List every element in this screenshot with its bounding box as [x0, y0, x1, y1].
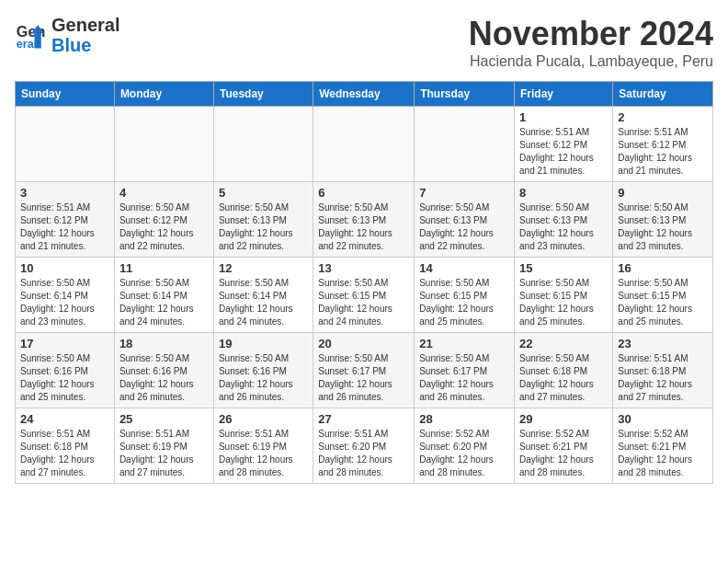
- calendar-cell: 6Sunrise: 5:50 AM Sunset: 6:13 PM Daylig…: [313, 182, 415, 258]
- day-number: 15: [519, 261, 608, 275]
- day-info: Sunrise: 5:50 AM Sunset: 6:16 PM Dayligh…: [219, 352, 308, 404]
- day-number: 23: [618, 337, 708, 350]
- calendar-cell: 19Sunrise: 5:50 AM Sunset: 6:16 PM Dayli…: [213, 333, 313, 408]
- calendar-cell: 23Sunrise: 5:51 AM Sunset: 6:18 PM Dayli…: [613, 333, 713, 408]
- day-number: 20: [318, 337, 409, 350]
- day-info: Sunrise: 5:51 AM Sunset: 6:19 PM Dayligh…: [119, 428, 209, 479]
- day-info: Sunrise: 5:50 AM Sunset: 6:15 PM Dayligh…: [318, 277, 409, 328]
- calendar-cell: 28Sunrise: 5:52 AM Sunset: 6:20 PM Dayli…: [415, 408, 515, 484]
- calendar-week-row: 10Sunrise: 5:50 AM Sunset: 6:14 PM Dayli…: [16, 258, 713, 333]
- day-number: 29: [519, 412, 608, 426]
- day-info: Sunrise: 5:52 AM Sunset: 6:21 PM Dayligh…: [519, 428, 608, 479]
- day-info: Sunrise: 5:52 AM Sunset: 6:20 PM Dayligh…: [419, 428, 509, 479]
- calendar-cell: 3Sunrise: 5:51 AM Sunset: 6:12 PM Daylig…: [16, 182, 115, 258]
- day-info: Sunrise: 5:51 AM Sunset: 6:12 PM Dayligh…: [519, 126, 608, 178]
- day-number: 9: [618, 186, 708, 200]
- location: Hacienda Pucala, Lambayeque, Peru: [469, 53, 713, 70]
- day-number: 22: [519, 337, 608, 350]
- logo-icon: Gen eral: [15, 18, 48, 52]
- weekday-header: Wednesday: [313, 82, 415, 107]
- day-info: Sunrise: 5:50 AM Sunset: 6:17 PM Dayligh…: [419, 352, 509, 404]
- day-info: Sunrise: 5:50 AM Sunset: 6:15 PM Dayligh…: [419, 277, 509, 328]
- day-number: 4: [119, 186, 209, 200]
- calendar-cell: 11Sunrise: 5:50 AM Sunset: 6:14 PM Dayli…: [114, 258, 213, 333]
- day-info: Sunrise: 5:51 AM Sunset: 6:12 PM Dayligh…: [20, 201, 109, 253]
- weekday-header: Monday: [114, 82, 213, 107]
- calendar-cell: 21Sunrise: 5:50 AM Sunset: 6:17 PM Dayli…: [415, 333, 515, 408]
- day-number: 18: [119, 337, 209, 350]
- day-info: Sunrise: 5:50 AM Sunset: 6:17 PM Dayligh…: [318, 352, 409, 404]
- day-number: 27: [318, 412, 409, 426]
- day-number: 10: [20, 261, 109, 275]
- logo-line2: Blue: [51, 35, 119, 55]
- calendar-cell: 24Sunrise: 5:51 AM Sunset: 6:18 PM Dayli…: [16, 408, 115, 484]
- day-info: Sunrise: 5:51 AM Sunset: 6:19 PM Dayligh…: [219, 428, 308, 479]
- day-number: 8: [519, 186, 608, 200]
- calendar-cell: [114, 107, 213, 182]
- day-number: 30: [618, 412, 708, 426]
- month-title: November 2024: [469, 15, 713, 53]
- day-info: Sunrise: 5:50 AM Sunset: 6:13 PM Dayligh…: [618, 201, 708, 253]
- day-number: 17: [20, 337, 109, 350]
- day-number: 16: [618, 261, 708, 275]
- calendar-cell: [415, 107, 515, 182]
- calendar-cell: 17Sunrise: 5:50 AM Sunset: 6:16 PM Dayli…: [16, 333, 115, 408]
- day-info: Sunrise: 5:50 AM Sunset: 6:13 PM Dayligh…: [219, 201, 308, 253]
- day-info: Sunrise: 5:50 AM Sunset: 6:16 PM Dayligh…: [20, 352, 109, 404]
- day-info: Sunrise: 5:50 AM Sunset: 6:13 PM Dayligh…: [519, 201, 608, 253]
- calendar-cell: 18Sunrise: 5:50 AM Sunset: 6:16 PM Dayli…: [114, 333, 213, 408]
- calendar-cell: 26Sunrise: 5:51 AM Sunset: 6:19 PM Dayli…: [213, 408, 313, 484]
- day-number: 3: [20, 186, 109, 200]
- day-info: Sunrise: 5:50 AM Sunset: 6:14 PM Dayligh…: [20, 277, 109, 328]
- calendar-cell: 12Sunrise: 5:50 AM Sunset: 6:14 PM Dayli…: [213, 258, 313, 333]
- day-info: Sunrise: 5:51 AM Sunset: 6:18 PM Dayligh…: [20, 428, 109, 479]
- calendar-cell: 1Sunrise: 5:51 AM Sunset: 6:12 PM Daylig…: [515, 107, 613, 182]
- calendar-cell: 29Sunrise: 5:52 AM Sunset: 6:21 PM Dayli…: [515, 408, 613, 484]
- calendar-cell: 10Sunrise: 5:50 AM Sunset: 6:14 PM Dayli…: [16, 258, 115, 333]
- calendar-cell: 27Sunrise: 5:51 AM Sunset: 6:20 PM Dayli…: [313, 408, 415, 484]
- calendar-cell: 8Sunrise: 5:50 AM Sunset: 6:13 PM Daylig…: [515, 182, 613, 258]
- calendar-cell: 2Sunrise: 5:51 AM Sunset: 6:12 PM Daylig…: [613, 107, 713, 182]
- day-info: Sunrise: 5:50 AM Sunset: 6:15 PM Dayligh…: [519, 277, 608, 328]
- day-info: Sunrise: 5:50 AM Sunset: 6:18 PM Dayligh…: [519, 352, 608, 404]
- day-number: 13: [318, 261, 409, 275]
- day-info: Sunrise: 5:50 AM Sunset: 6:14 PM Dayligh…: [119, 277, 209, 328]
- day-number: 12: [219, 261, 308, 275]
- calendar-cell: [213, 107, 313, 182]
- day-info: Sunrise: 5:51 AM Sunset: 6:12 PM Dayligh…: [618, 126, 708, 178]
- day-number: 5: [219, 186, 308, 200]
- calendar-cell: 25Sunrise: 5:51 AM Sunset: 6:19 PM Dayli…: [114, 408, 213, 484]
- day-number: 26: [219, 412, 308, 426]
- calendar-week-row: 24Sunrise: 5:51 AM Sunset: 6:18 PM Dayli…: [16, 408, 713, 484]
- calendar-cell: 4Sunrise: 5:50 AM Sunset: 6:12 PM Daylig…: [114, 182, 213, 258]
- calendar-cell: 30Sunrise: 5:52 AM Sunset: 6:21 PM Dayli…: [613, 408, 713, 484]
- day-number: 24: [20, 412, 109, 426]
- calendar-week-row: 17Sunrise: 5:50 AM Sunset: 6:16 PM Dayli…: [16, 333, 713, 408]
- calendar-cell: 15Sunrise: 5:50 AM Sunset: 6:15 PM Dayli…: [515, 258, 613, 333]
- day-number: 21: [419, 337, 509, 350]
- day-number: 25: [119, 412, 209, 426]
- day-info: Sunrise: 5:50 AM Sunset: 6:15 PM Dayligh…: [618, 277, 708, 328]
- calendar-cell: 16Sunrise: 5:50 AM Sunset: 6:15 PM Dayli…: [613, 258, 713, 333]
- day-number: 19: [219, 337, 308, 350]
- weekday-header: Tuesday: [213, 82, 313, 107]
- day-number: 7: [419, 186, 509, 200]
- calendar-cell: 9Sunrise: 5:50 AM Sunset: 6:13 PM Daylig…: [613, 182, 713, 258]
- day-info: Sunrise: 5:52 AM Sunset: 6:21 PM Dayligh…: [618, 428, 708, 479]
- day-info: Sunrise: 5:50 AM Sunset: 6:14 PM Dayligh…: [219, 277, 308, 328]
- calendar-cell: [16, 107, 115, 182]
- day-info: Sunrise: 5:51 AM Sunset: 6:18 PM Dayligh…: [618, 352, 708, 404]
- calendar-table: SundayMondayTuesdayWednesdayThursdayFrid…: [15, 81, 713, 484]
- weekday-header: Thursday: [415, 82, 515, 107]
- title-block: November 2024 Hacienda Pucala, Lambayequ…: [469, 15, 713, 70]
- logo: Gen eral General Blue: [15, 15, 119, 55]
- calendar-week-row: 3Sunrise: 5:51 AM Sunset: 6:12 PM Daylig…: [16, 182, 713, 258]
- calendar-cell: [313, 107, 415, 182]
- calendar-cell: 20Sunrise: 5:50 AM Sunset: 6:17 PM Dayli…: [313, 333, 415, 408]
- calendar-week-row: 1Sunrise: 5:51 AM Sunset: 6:12 PM Daylig…: [16, 107, 713, 182]
- weekday-header: Sunday: [16, 82, 115, 107]
- calendar-cell: 14Sunrise: 5:50 AM Sunset: 6:15 PM Dayli…: [415, 258, 515, 333]
- weekday-header: Friday: [515, 82, 613, 107]
- day-number: 14: [419, 261, 509, 275]
- day-number: 6: [318, 186, 409, 200]
